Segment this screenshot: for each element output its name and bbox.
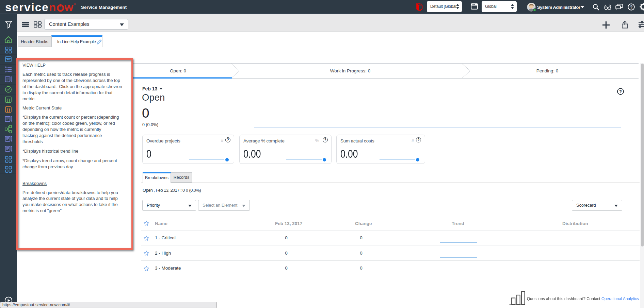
svg-text:?: ?: [630, 5, 633, 10]
svg-text:}: }: [9, 98, 10, 102]
svg-text:}: }: [9, 108, 10, 112]
svg-text:{: {: [6, 98, 8, 102]
svg-text:{: {: [6, 108, 8, 112]
